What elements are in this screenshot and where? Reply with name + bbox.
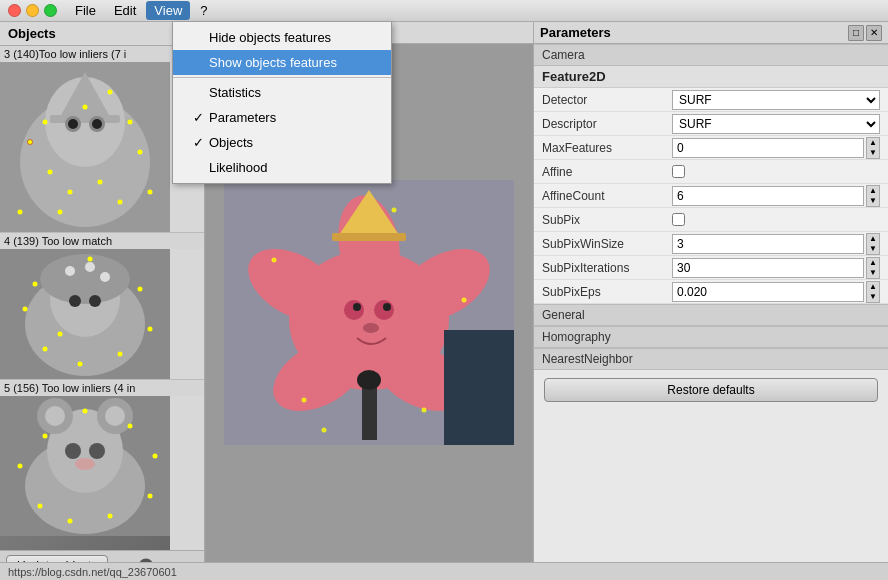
- param-row-affine: Affine: [534, 160, 888, 184]
- svg-point-35: [148, 327, 153, 332]
- menu-item-show-objects-features[interactable]: Show objects features: [173, 50, 391, 75]
- minimize-button[interactable]: [26, 4, 39, 17]
- svg-point-7: [68, 119, 78, 129]
- affinecount-input[interactable]: [672, 186, 864, 206]
- section-nearest-neighbor[interactable]: NearestNeighbor: [534, 348, 888, 370]
- svg-point-79: [462, 297, 467, 302]
- param-control-subpixwinsize: ▲ ▼: [672, 233, 880, 255]
- svg-point-17: [18, 210, 23, 215]
- hide-objects-label: Hide objects features: [209, 30, 331, 45]
- maxfeatures-up[interactable]: ▲: [867, 138, 879, 148]
- affinecount-down[interactable]: ▼: [867, 196, 879, 206]
- section-camera[interactable]: Camera: [534, 44, 888, 66]
- svg-point-51: [38, 504, 43, 509]
- svg-point-70: [363, 323, 379, 333]
- svg-point-18: [83, 105, 88, 110]
- section-homography[interactable]: Homography: [534, 326, 888, 348]
- svg-point-20: [58, 210, 63, 215]
- view-dropdown-menu: Hide objects features Show objects featu…: [172, 22, 392, 184]
- param-control-descriptor: SURFSIFTORBBRISK: [672, 114, 880, 134]
- menu-divider: [173, 77, 391, 78]
- svg-point-78: [422, 407, 427, 412]
- svg-point-16: [148, 190, 153, 195]
- svg-point-9: [28, 140, 33, 145]
- svg-point-32: [43, 347, 48, 352]
- float-button[interactable]: □: [848, 25, 864, 41]
- right-scroll-content[interactable]: Camera Feature2D Detector SURFSIFTORBBRI…: [534, 44, 888, 580]
- svg-point-74: [357, 370, 381, 390]
- svg-point-58: [83, 409, 88, 414]
- object-thumbnail-3: [0, 396, 170, 550]
- detector-select[interactable]: SURFSIFTORBBRISK: [672, 90, 880, 110]
- param-row-detector: Detector SURFSIFTORBBRISK: [534, 88, 888, 112]
- maxfeatures-input[interactable]: [672, 138, 864, 158]
- menu-item-objects[interactable]: ✓ Objects: [173, 130, 391, 155]
- menu-edit[interactable]: Edit: [106, 1, 144, 20]
- svg-point-26: [65, 266, 75, 276]
- right-panel: Parameters □ ✕ Camera Feature2D Detector…: [533, 22, 888, 580]
- menu-item-likelihood[interactable]: Likelihood: [173, 155, 391, 180]
- affinecount-spinner: ▲ ▼: [866, 185, 880, 207]
- param-row-maxfeatures: MaxFeatures ▲ ▼: [534, 136, 888, 160]
- restore-defaults-button[interactable]: Restore defaults: [544, 378, 878, 402]
- subpixeps-down[interactable]: ▼: [867, 292, 879, 302]
- affine-checkbox[interactable]: [672, 165, 685, 178]
- section-general[interactable]: General: [534, 304, 888, 326]
- subpixwinsize-down[interactable]: ▼: [867, 244, 879, 254]
- right-panel-title: Parameters: [540, 25, 611, 40]
- svg-point-81: [322, 427, 327, 432]
- svg-point-30: [89, 295, 101, 307]
- param-control-detector: SURFSIFTORBBRISK: [672, 90, 880, 110]
- param-control-subpixeps: ▲ ▼: [672, 281, 880, 303]
- section-feature2d: Feature2D: [534, 66, 888, 88]
- svg-point-21: [128, 120, 133, 125]
- svg-point-34: [118, 352, 123, 357]
- parameters-label: Parameters: [209, 110, 276, 125]
- maximize-button[interactable]: [44, 4, 57, 17]
- show-objects-label: Show objects features: [209, 55, 337, 70]
- param-label-maxfeatures: MaxFeatures: [542, 141, 672, 155]
- close-button[interactable]: [8, 4, 21, 17]
- svg-point-13: [138, 150, 143, 155]
- svg-point-47: [65, 443, 81, 459]
- svg-point-80: [392, 207, 397, 212]
- menu-view[interactable]: View: [146, 1, 190, 20]
- object-thumbnail-2: [0, 249, 170, 379]
- subpixwinsize-up[interactable]: ▲: [867, 234, 879, 244]
- param-label-subpix: SubPix: [542, 213, 672, 227]
- svg-point-29: [69, 295, 81, 307]
- subpix-checkbox[interactable]: [672, 213, 685, 226]
- svg-point-11: [68, 190, 73, 195]
- menu-help[interactable]: ?: [192, 1, 215, 20]
- menu-item-hide-objects-features[interactable]: Hide objects features: [173, 25, 391, 50]
- menu-file[interactable]: File: [67, 1, 104, 20]
- subpixiterations-up[interactable]: ▲: [867, 258, 879, 268]
- menu-item-parameters[interactable]: ✓ Parameters: [173, 105, 391, 130]
- list-item[interactable]: 4 (139) Too low match: [0, 233, 204, 380]
- subpixeps-up[interactable]: ▲: [867, 282, 879, 292]
- param-label-subpixeps: SubPixEps: [542, 285, 672, 299]
- param-row-descriptor: Descriptor SURFSIFTORBBRISK: [534, 112, 888, 136]
- param-row-subpixwinsize: SubPixWinSize ▲ ▼: [534, 232, 888, 256]
- affinecount-up[interactable]: ▲: [867, 186, 879, 196]
- title-bar: File Edit View ?: [0, 0, 888, 22]
- close-panel-button[interactable]: ✕: [866, 25, 882, 41]
- hide-objects-check: [193, 30, 209, 45]
- param-control-subpixiterations: ▲ ▼: [672, 257, 880, 279]
- subpixiterations-down[interactable]: ▼: [867, 268, 879, 278]
- param-row-subpixeps: SubPixEps ▲ ▼: [534, 280, 888, 304]
- svg-point-14: [118, 200, 123, 205]
- svg-point-77: [302, 397, 307, 402]
- subpixiterations-input[interactable]: [672, 258, 864, 278]
- maxfeatures-down[interactable]: ▼: [867, 148, 879, 158]
- status-text: https://blog.csdn.net/qq_23670601: [8, 566, 177, 578]
- svg-point-8: [92, 119, 102, 129]
- subpixwinsize-input[interactable]: [672, 234, 864, 254]
- svg-point-69: [383, 303, 391, 311]
- svg-point-57: [43, 434, 48, 439]
- subpixeps-input[interactable]: [672, 282, 864, 302]
- list-item[interactable]: 5 (156) Too low inliers (4 in: [0, 380, 204, 550]
- svg-point-28: [100, 272, 110, 282]
- menu-item-statistics[interactable]: Statistics: [173, 80, 391, 105]
- descriptor-select[interactable]: SURFSIFTORBBRISK: [672, 114, 880, 134]
